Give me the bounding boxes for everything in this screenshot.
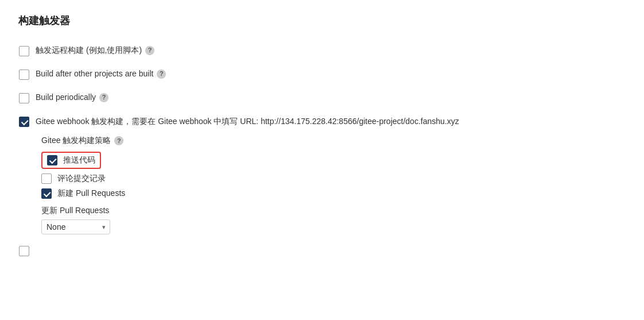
trigger-last [18,239,626,263]
checkbox-new-pr[interactable] [41,188,52,199]
sub-option-new-pr: 新建 Pull Requests [41,188,626,199]
label-new-pr: 新建 Pull Requests [57,188,125,199]
page-title: 构建触发器 [18,14,626,28]
sub-option-comment-submit: 评论提交记录 [41,174,626,184]
trigger-list: 触发远程构建 (例如,使用脚本) ? Build after other pro… [18,39,626,263]
label-gitee: Gitee webhook 触发构建，需要在 Gitee webhook 中填写… [36,115,459,128]
gitee-strategy-label-row: Gitee 触发构建策略 ? [41,136,626,146]
checkbox-gitee[interactable] [19,117,29,127]
trigger-after-other: Build after other projects are built ? [18,63,626,86]
help-icon-after-other[interactable]: ? [157,70,166,79]
update-pr-select[interactable]: None Option1 Option2 [41,219,110,234]
trigger-remote: 触发远程构建 (例如,使用脚本) ? [18,39,626,63]
checkbox-remote[interactable] [19,46,29,56]
update-pr-select-wrap: None Option1 Option2 ▾ [41,219,110,234]
label-remote: 触发远程构建 (例如,使用脚本) [36,45,142,56]
highlighted-push-code: 推送代码 [41,152,101,169]
page-container: 构建触发器 触发远程构建 (例如,使用脚本) ? Build after oth… [18,14,626,263]
gitee-strategy-label-text: Gitee 触发构建策略 [41,136,111,146]
trigger-gitee: Gitee webhook 触发构建，需要在 Gitee webhook 中填写… [18,110,626,133]
checkbox-push-code[interactable] [47,155,57,165]
checkbox-comment-submit[interactable] [41,174,52,184]
label-after-other: Build after other projects are built [36,68,153,80]
checkbox-last[interactable] [19,246,29,256]
label-comment-submit: 评论提交记录 [57,174,106,184]
gitee-sub-options: 推送代码 评论提交记录 新建 Pull Requests [41,152,626,199]
sub-option-push-code: 推送代码 [41,152,626,169]
checkbox-after-other[interactable] [19,70,29,80]
help-icon-remote[interactable]: ? [145,46,154,55]
gitee-strategy-section: Gitee 触发构建策略 ? 推送代码 评论提交记录 [18,133,626,201]
label-periodically: Build periodically [36,92,96,103]
help-icon-gitee-strategy[interactable]: ? [114,136,123,145]
checkbox-periodically[interactable] [19,93,29,103]
trigger-periodically: Build periodically ? [18,86,626,110]
update-pr-section: 更新 Pull Requests None Option1 Option2 ▾ [18,201,626,239]
update-pr-label: 更新 Pull Requests [41,206,626,216]
help-icon-periodically[interactable]: ? [99,93,108,102]
label-push-code: 推送代码 [63,155,95,165]
